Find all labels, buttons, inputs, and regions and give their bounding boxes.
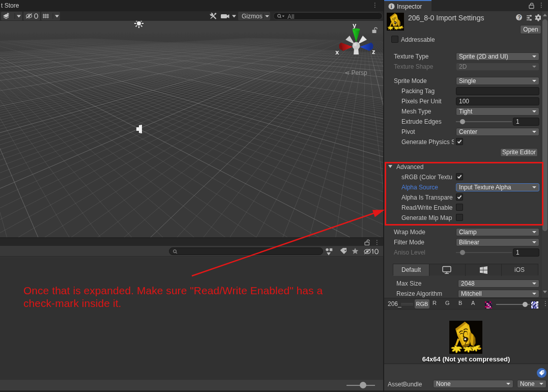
svg-text:?: ? bbox=[518, 15, 521, 20]
svg-text:i: i bbox=[391, 4, 392, 9]
